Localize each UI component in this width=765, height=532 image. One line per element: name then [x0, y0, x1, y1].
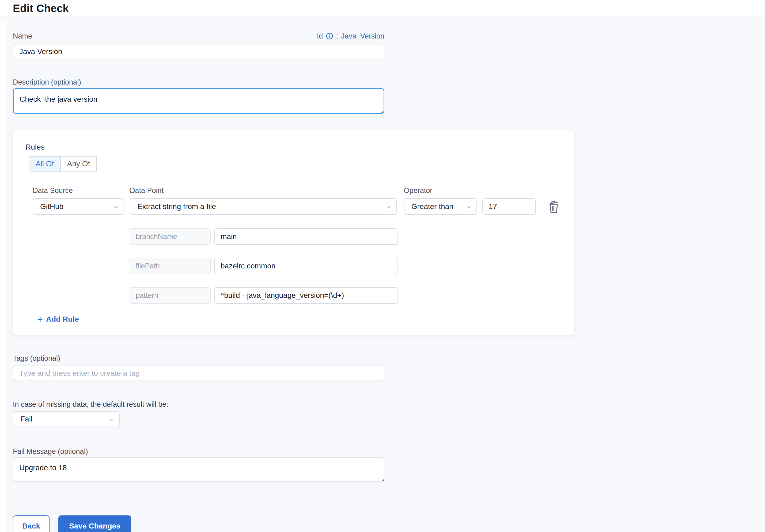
chevron-down-icon — [113, 204, 120, 213]
rule-row: Data Source GitHub Data Point Extract st… — [33, 187, 562, 215]
add-rule-button[interactable]: + Add Rule — [37, 315, 79, 323]
param-key-badge: branchName — [129, 228, 211, 245]
fail-message-label: Fail Message (optional) — [13, 447, 765, 456]
name-input[interactable] — [13, 44, 384, 59]
param-row-branch-name: branchName — [129, 228, 562, 245]
name-label: Name — [13, 32, 32, 41]
operator-label: Operator — [404, 187, 477, 198]
operator-select[interactable]: Greater than — [404, 198, 477, 215]
chevron-down-icon — [385, 204, 392, 213]
data-source-select[interactable]: GitHub — [33, 198, 125, 215]
check-id-row: Id : Java_Version — [317, 32, 384, 40]
missing-data-label: In case of missing data, the default res… — [13, 400, 765, 409]
tags-label: Tags (optional) — [13, 354, 765, 363]
check-id-link[interactable]: Java_Version — [341, 32, 384, 40]
save-changes-button[interactable]: Save Changes — [58, 515, 131, 532]
info-icon[interactable] — [326, 32, 334, 40]
add-rule-label: Add Rule — [46, 315, 79, 323]
param-key-badge: filePath — [129, 258, 211, 274]
rules-title: Rules — [25, 143, 562, 152]
data-point-label: Data Point — [130, 187, 397, 198]
id-label: Id — [317, 32, 323, 40]
param-pattern-input[interactable] — [214, 287, 398, 304]
plus-icon: + — [37, 315, 43, 323]
param-file-path-input[interactable] — [214, 258, 398, 274]
page-title: Edit Check — [13, 2, 69, 14]
data-source-value: GitHub — [40, 202, 63, 211]
edit-check-form: Name Id : Java_Version Description (opti… — [0, 32, 765, 532]
description-label: Description (optional) — [13, 78, 765, 87]
operator-value: Greater than — [411, 202, 453, 211]
trash-icon — [548, 200, 560, 214]
delete-rule-button[interactable] — [546, 198, 562, 215]
id-colon: : — [336, 32, 338, 40]
operator-value-input[interactable] — [482, 198, 536, 215]
chevron-down-icon — [465, 204, 472, 213]
back-button[interactable]: Back — [13, 515, 50, 532]
toggle-any-of[interactable]: Any Of — [60, 157, 96, 171]
toggle-all-of[interactable]: All Of — [29, 157, 60, 171]
tags-input[interactable] — [13, 365, 384, 381]
form-actions: Back Save Changes — [13, 515, 765, 532]
match-mode-toggle: All Of Any Of — [29, 156, 97, 172]
fail-message-textarea[interactable]: Upgrade to 18 — [13, 457, 384, 482]
data-source-label: Data Source — [33, 187, 125, 198]
description-textarea[interactable]: Check the java version — [13, 88, 384, 114]
rules-card: Rules All Of Any Of Data Source GitHub — [13, 130, 574, 335]
param-branch-name-input[interactable] — [214, 228, 398, 245]
chevron-down-icon — [108, 416, 115, 425]
param-key-badge: pattern — [129, 287, 211, 304]
data-point-value: Extract string from a file — [137, 202, 216, 211]
default-result-value: Fail — [20, 415, 32, 423]
data-point-select[interactable]: Extract string from a file — [130, 198, 397, 215]
param-row-pattern: pattern — [129, 287, 562, 304]
param-row-file-path: filePath — [129, 258, 562, 274]
page-header: Edit Check — [0, 0, 765, 17]
default-result-select[interactable]: Fail — [13, 411, 120, 427]
